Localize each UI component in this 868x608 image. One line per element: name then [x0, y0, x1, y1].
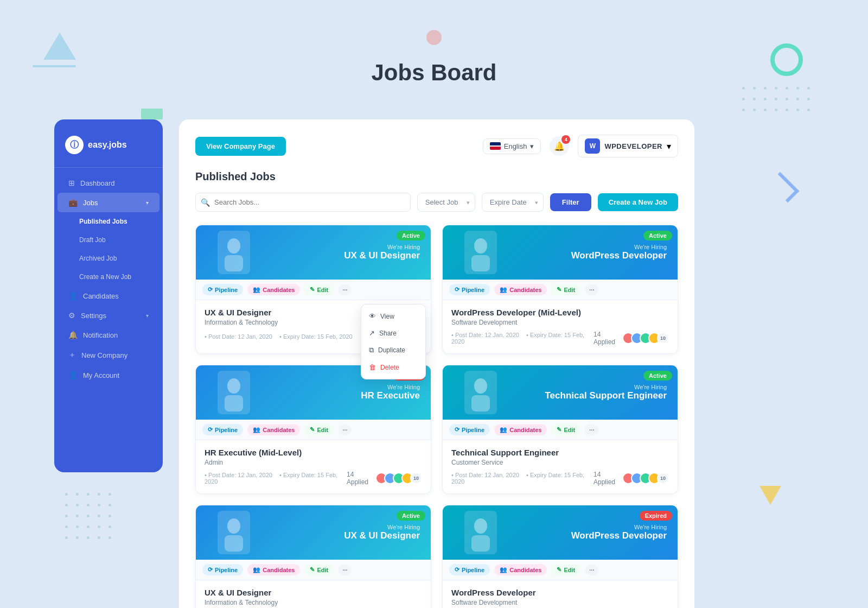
- svg-point-2: [474, 238, 487, 254]
- create-new-job-button[interactable]: Create a New Job: [598, 193, 678, 211]
- svg-rect-3: [471, 255, 490, 271]
- sidebar-item-notification[interactable]: 🔔 Notification: [58, 325, 159, 345]
- language-selector[interactable]: English ▾: [483, 138, 541, 154]
- candidates-chip[interactable]: 👥 Candidates: [247, 564, 300, 575]
- filter-button[interactable]: Filter: [550, 193, 591, 211]
- banner-hiring-text: We're Hiring: [571, 524, 667, 530]
- card-body: WordPress Developer (Mid-Level) Software…: [443, 300, 678, 353]
- pipeline-icon: ⟳: [455, 426, 459, 433]
- context-menu-item-share[interactable]: ↗Share: [361, 325, 425, 341]
- candidates-chip[interactable]: 👥 Candidates: [494, 424, 547, 435]
- card-category: Software Development: [451, 319, 669, 326]
- banner-role-text: HR Executive: [361, 390, 420, 401]
- edit-chip[interactable]: ✎ Edit: [551, 424, 580, 435]
- banner-role-text: UX & UI Designer: [344, 530, 420, 541]
- more-chip[interactable]: ···: [585, 565, 598, 575]
- pipeline-chip[interactable]: ⟳ Pipeline: [449, 564, 490, 575]
- sidebar-item-published-jobs[interactable]: Published Jobs: [58, 212, 159, 231]
- sidebar-item-create-new-job[interactable]: Create a New Job: [58, 268, 159, 286]
- card-body: HR Executive (Mid-Level) Admin • Post Da…: [196, 440, 431, 493]
- select-job[interactable]: Select Job: [417, 193, 475, 212]
- avatar-count: 10: [410, 472, 422, 484]
- edit-chip[interactable]: ✎ Edit: [304, 564, 334, 575]
- card-actions: ⟳ Pipeline 👥 Candidates ✎ Edit ···: [443, 420, 678, 440]
- card-category: Software Development: [451, 599, 669, 606]
- card-actions: ⟳ Pipeline 👥 Candidates ✎ Edit ···: [443, 280, 678, 300]
- candidates-chip[interactable]: 👥 Candidates: [494, 564, 547, 575]
- banner-text: We're Hiring HR Executive: [361, 384, 420, 401]
- search-input[interactable]: [195, 193, 411, 212]
- pipeline-chip[interactable]: ⟳ Pipeline: [449, 424, 490, 435]
- illustration-person: [464, 511, 497, 554]
- candidates-chip-icon: 👥: [253, 426, 260, 433]
- edit-chip[interactable]: ✎ Edit: [304, 424, 334, 435]
- banner-illustration: [448, 225, 513, 280]
- status-badge: Active: [397, 231, 425, 240]
- delete-icon: 🗑: [369, 363, 376, 371]
- card-meta: • Post Date: 12 Jan, 2020 • Expiry Date:…: [205, 471, 422, 486]
- context-menu-item-delete[interactable]: 🗑Delete: [361, 359, 425, 376]
- sidebar-item-draft-job[interactable]: Draft Job: [58, 231, 159, 249]
- more-icon: ···: [589, 567, 594, 573]
- status-badge: Active: [643, 231, 672, 240]
- sidebar-item-label-draft-job: Draft Job: [79, 236, 106, 244]
- pipeline-chip[interactable]: ⟳ Pipeline: [202, 564, 243, 575]
- edit-chip[interactable]: ✎ Edit: [304, 284, 334, 295]
- more-chip[interactable]: ···: [585, 284, 598, 295]
- edit-chip[interactable]: ✎ Edit: [551, 284, 580, 295]
- candidates-chip[interactable]: 👥 Candidates: [494, 284, 547, 295]
- more-chip[interactable]: ···: [585, 425, 598, 435]
- company-selector[interactable]: W WPDEVELOPER ▾: [578, 135, 678, 157]
- context-menu: 👁View↗Share⧉Duplicate🗑Delete: [361, 304, 426, 379]
- banner-illustration: [448, 365, 513, 420]
- sidebar-item-settings[interactable]: ⚙ Settings ▾: [58, 306, 159, 325]
- dashboard-icon: ⊞: [68, 179, 75, 187]
- sidebar-item-archived-job[interactable]: Archived Job: [58, 249, 159, 268]
- svg-rect-7: [471, 395, 490, 411]
- dots-grid-tr: [742, 87, 814, 115]
- sidebar-item-label-candidates: Candidates: [83, 292, 119, 300]
- jobs-arrow-icon: ▾: [146, 200, 149, 206]
- sidebar-item-dashboard[interactable]: ⊞ Dashboard: [58, 173, 159, 193]
- more-chip[interactable]: ···: [338, 565, 352, 575]
- sidebar-item-new-company[interactable]: ＋ New Company: [58, 345, 159, 365]
- more-chip[interactable]: ···: [338, 425, 352, 435]
- edit-chip[interactable]: ✎ Edit: [551, 564, 580, 575]
- pipeline-icon: ⟳: [208, 566, 213, 573]
- expire-date[interactable]: Expire Date: [482, 193, 544, 212]
- banner-hiring-text: We're Hiring: [344, 524, 420, 530]
- context-menu-item-view[interactable]: 👁View: [361, 308, 425, 325]
- banner-text: We're Hiring WordPress Developer: [571, 244, 667, 261]
- post-date: • Post Date: 12 Jan, 2020: [451, 332, 519, 338]
- share-icon: ↗: [369, 329, 375, 337]
- expire-date-wrap: Expire Date ▾: [482, 193, 544, 212]
- pipeline-chip[interactable]: ⟳ Pipeline: [449, 284, 490, 295]
- main-content: View Company Page English ▾ 🔔 4 W WPDEVE…: [179, 119, 694, 608]
- sidebar-item-jobs[interactable]: 💼 Jobs ▾: [58, 193, 159, 212]
- applied-count: 14 Applied: [593, 331, 618, 346]
- context-menu-item-duplicate[interactable]: ⧉Duplicate: [361, 341, 425, 359]
- card-dates: • Post Date: 12 Jan, 2020 • Expiry Date:…: [205, 333, 358, 340]
- status-badge: Active: [643, 371, 672, 381]
- sidebar-item-my-account[interactable]: 👤 My Account: [58, 365, 159, 385]
- candidates-chip[interactable]: 👥 Candidates: [247, 424, 300, 435]
- job-card: We're Hiring WordPress Developer Active …: [442, 225, 678, 354]
- candidates-chip-icon: 👥: [253, 566, 260, 573]
- view-icon: 👁: [369, 312, 376, 320]
- job-card: We're Hiring HR Executive Expired ⟳ Pipe…: [195, 365, 431, 494]
- more-icon: ···: [342, 427, 347, 433]
- view-company-button[interactable]: View Company Page: [195, 137, 286, 156]
- settings-arrow-icon: ▾: [146, 313, 149, 319]
- pipeline-chip[interactable]: ⟳ Pipeline: [202, 284, 243, 295]
- sidebar-item-candidates[interactable]: 👤 Candidates: [58, 286, 159, 306]
- banner-background: We're Hiring UX & UI Designer: [196, 225, 431, 280]
- candidates-chip[interactable]: 👥 Candidates: [247, 284, 300, 295]
- pipeline-icon: ⟳: [455, 286, 459, 293]
- notification-button[interactable]: 🔔 4: [550, 136, 569, 156]
- more-chip[interactable]: ···: [338, 284, 352, 295]
- card-dates: • Post Date: 12 Jan, 2020 • Expiry Date:…: [205, 472, 347, 485]
- card-actions: ⟳ Pipeline 👥 Candidates ✎ Edit ···: [196, 420, 431, 440]
- card-applied: 14 Applied 10: [347, 471, 422, 486]
- illustration-person: [464, 371, 497, 414]
- pipeline-chip[interactable]: ⟳ Pipeline: [202, 424, 243, 435]
